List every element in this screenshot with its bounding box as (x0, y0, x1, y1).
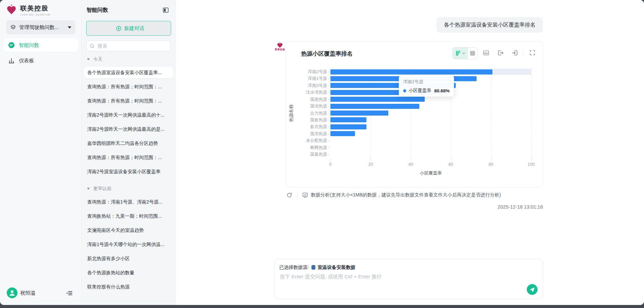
chart-tooltip: 浑南2号源 小区覆盖率 80.68% (399, 75, 454, 97)
conversation-list: 今天各个热源室温设备安装小区覆盖率...查询热源：所有热源；时间范围：...查询… (84, 55, 173, 305)
conversation-item[interactable]: 浑南1号源今天哪个站的一次网供温... (84, 239, 173, 250)
conversation-item[interactable]: 查询热源：浑南1号源、浑南2号源... (84, 196, 173, 208)
y-tick-label: 浑南1号源 (289, 76, 327, 82)
message-actions: 数据分析(支持大小<1MB的数据，建议先导出数据文件查看文件大小后再决定是否进行… (286, 192, 501, 198)
search-input[interactable] (97, 43, 166, 49)
x-tick-label: 20 (364, 162, 377, 167)
question-input[interactable] (279, 273, 489, 280)
panel-collapse-icon[interactable] (162, 7, 169, 13)
y-tick-label: 合力热源 (289, 111, 327, 116)
datasource-name: 室温设备安装数据 (318, 265, 355, 271)
bar[interactable] (330, 124, 366, 129)
sidebar-item-label: 智能问数 (19, 42, 39, 49)
gridline (491, 68, 491, 159)
y-tick-label: 未分配热源 (289, 138, 327, 144)
app-window: 联美控股 LUEN MEI QUANTUM 管理驾驶舱问数... (0, 0, 644, 305)
conversation-item[interactable]: 浑南2号源昨天一次网供温最高的十... (84, 109, 173, 121)
datasource-prefix: 已选择数据源: (279, 265, 309, 271)
assistant-avatar-label: 联美控股 (273, 48, 287, 51)
refresh-icon[interactable] (286, 192, 292, 198)
main-content: 各个热源室温设备安装小区覆盖率排名 联美控股 热源小区覆盖率排名 (175, 0, 644, 305)
bar[interactable] (330, 104, 419, 109)
x-tick-label: 100 (524, 162, 538, 167)
conversation-item[interactable]: 浑南2号源室温设备安装小区覆盖率 (84, 166, 173, 177)
bar[interactable] (330, 69, 492, 74)
conversation-item[interactable]: 嘉华西组团昨天二均温各分区趋势 (84, 137, 173, 149)
database-icon (311, 265, 316, 270)
panel-title: 智能问数 (87, 7, 108, 14)
search-icon (90, 43, 95, 49)
user-name: 祝恒溢 (20, 290, 35, 296)
chat-icon (8, 42, 15, 49)
y-tick-label: 新北热源 (289, 124, 327, 130)
y-tick-label: 国润热源 (289, 103, 327, 109)
bar-chart-icon (8, 57, 15, 64)
caret-down-icon (87, 58, 90, 60)
logo-subtitle: LUEN MEI QUANTUM (20, 13, 50, 16)
chart-card: 热源小区覆盖率排名 (286, 41, 543, 187)
analysis-note[interactable]: 数据分析(支持大小<1MB的数据，建议先导出数据文件查看文件大小后再决定是否进行… (311, 192, 501, 198)
y-tick-label: 国浩热源 (289, 131, 327, 137)
tooltip-value: 80.68% (434, 88, 450, 93)
tooltip-series: 小区覆盖率 (409, 88, 434, 94)
avatar[interactable] (7, 287, 18, 298)
conversation-item[interactable]: 各个热源室温设备安装小区覆盖率... (84, 67, 173, 78)
y-tick-label: 国惠热源 (289, 97, 327, 102)
composer: 已选择数据源: 室温设备安装数据 (275, 259, 543, 299)
person-icon (7, 287, 18, 298)
plus-circle-icon (116, 26, 122, 31)
conversation-item[interactable]: 浑南2号源昨天一次网供温最高的是... (84, 123, 173, 135)
y-axis-title: 热源名称 (288, 99, 294, 127)
assistant-avatar: 联美控股 (273, 42, 287, 51)
conversation-item[interactable]: 各个热源换热站的数量 (84, 267, 173, 278)
actions-divider (297, 192, 297, 198)
y-tick-label: 断网热源 (289, 145, 327, 151)
conversation-item[interactable]: 联美控股有什么热源 (84, 281, 173, 292)
search-box (86, 40, 170, 51)
send-button[interactable] (527, 284, 538, 295)
conversation-item[interactable]: 查询热源：所有热源；时间范围：... (84, 152, 173, 163)
sidebar-item-smart-qa[interactable]: 智能问数 (3, 38, 78, 52)
chart-plot: 020406080100浑南2号源浑南1号源浑南3号源沈水湾热源国惠热源国润热源… (286, 41, 543, 187)
bar[interactable] (330, 111, 388, 116)
sidebar-item-label: 仪表板 (19, 58, 34, 64)
message-chart-icon[interactable] (302, 192, 308, 198)
caret-down-icon (87, 188, 90, 190)
y-tick-label: 国新热源 (289, 117, 327, 123)
heart-logo-icon (5, 4, 18, 16)
conversation-item[interactable]: 查询热源：所有热源；时间范围：... (84, 81, 173, 92)
y-tick-label: 国盈热源 (289, 152, 327, 157)
x-tick-label: 60 (444, 162, 458, 167)
x-tick-label: 40 (404, 162, 417, 167)
conversation-item[interactable]: 查询换热站：九里一期；时间范围... (84, 210, 173, 222)
sidebar-collapse-icon[interactable] (66, 289, 73, 297)
tooltip-title: 浑南2号源 (403, 79, 450, 85)
message-timestamp: 2025-12-18 13:01:16 (497, 204, 543, 210)
layers-icon (10, 24, 16, 30)
x-axis-title: 小区覆盖率 (330, 170, 531, 176)
sidebar: 联美控股 LUEN MEI QUANTUM 管理驾驶舱问数... (0, 0, 82, 305)
conversation-group[interactable]: 今天 (84, 55, 173, 67)
logo-title: 联美控股 (20, 4, 50, 13)
bar[interactable] (330, 97, 425, 102)
y-tick-label: 浑南3号源 (289, 83, 327, 89)
caret-down-icon (68, 26, 71, 29)
send-icon (529, 287, 535, 292)
x-tick-label: 80 (484, 162, 498, 167)
conversation-item[interactable]: 文澜苑南区今天的室温趋势 (84, 224, 173, 236)
user-message-bubble: 各个热源室温设备安装小区覆盖率排名 (437, 17, 543, 33)
bar[interactable] (330, 131, 355, 136)
workspace-selector[interactable]: 管理驾驶舱问数... (6, 20, 75, 34)
new-chat-button[interactable]: 新建对话 (86, 21, 171, 36)
y-tick-label: 沈水湾热源 (289, 90, 327, 95)
conversation-item[interactable]: 新北热源有多少小区 (84, 253, 173, 264)
new-chat-label: 新建对话 (124, 25, 144, 32)
conversation-item[interactable]: 查询热源：所有热源；时间范围：... (84, 95, 173, 106)
user-row: 祝恒溢 (0, 287, 81, 300)
conversation-group[interactable]: 更早以前 (84, 184, 173, 196)
conversations-panel: 智能问数 新建对话 今天各个热源室温设备安装小区覆盖率...查询 (82, 0, 175, 305)
bar[interactable] (330, 117, 366, 122)
series-dot-icon (403, 89, 406, 92)
sidebar-item-dashboard[interactable]: 仪表板 (3, 54, 78, 67)
gridline (531, 68, 532, 159)
